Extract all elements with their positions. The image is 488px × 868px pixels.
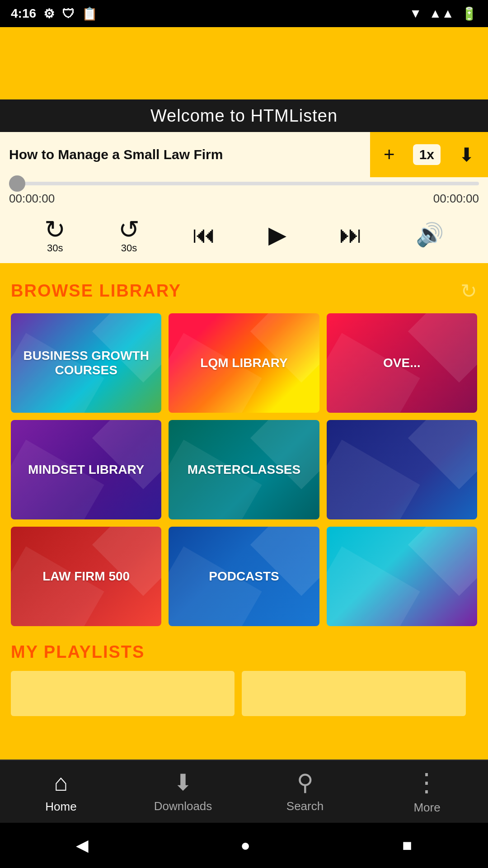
library-item-masterclasses[interactable]: MASTERCLASSES	[169, 420, 319, 519]
library-item-dark[interactable]	[327, 420, 477, 519]
welcome-title: Welcome to HTMListen	[150, 106, 338, 126]
progress-area: 00:00:00 00:00:00 ↻ 30s ↺ 30s ⏮ ▶ ⏭ 🔊	[0, 177, 488, 263]
browse-library-title: BROWSE LIBRARY	[11, 281, 181, 301]
library-item-lqm[interactable]: LQM LIBRARY	[169, 313, 319, 413]
skip-forward-button[interactable]: ↻	[44, 215, 66, 244]
android-recent-button[interactable]: ■	[402, 836, 412, 855]
skip-back-button[interactable]: ↺	[118, 215, 140, 244]
playlists-preview	[11, 671, 477, 716]
nav-label-home: Home	[45, 800, 76, 814]
library-item-label	[397, 465, 406, 474]
skip-back-label: 30s	[121, 242, 137, 254]
battery-icon: 🔋	[461, 6, 477, 21]
android-back-button[interactable]: ◀	[76, 836, 89, 855]
nav-label-search: Search	[286, 799, 324, 813]
now-playing-buttons: + 1x ⬇	[370, 132, 488, 177]
skip-forward-container: ↻ 30s	[44, 215, 66, 254]
skip-forward-label: 30s	[47, 242, 63, 254]
time-labels: 00:00:00 00:00:00	[9, 192, 479, 206]
progress-bar[interactable]	[9, 182, 479, 185]
library-item-label: LQM LIBRARY	[196, 351, 292, 375]
current-time: 00:00:00	[9, 192, 55, 206]
library-item-business-growth[interactable]: BUSINESS GROWTHCOURSES	[11, 313, 161, 413]
downloads-icon: ⬇	[174, 769, 192, 796]
library-item-teal[interactable]	[327, 527, 477, 626]
download-button[interactable]: ⬇	[459, 144, 474, 166]
nav-item-downloads[interactable]: ⬇ Downloads	[122, 769, 244, 813]
android-home-button[interactable]: ●	[240, 836, 250, 855]
status-bar: 4:16 ⚙ 🛡 📋 ▼ ▲▲ 🔋	[0, 0, 488, 27]
nav-label-downloads: Downloads	[154, 799, 212, 813]
nav-item-home[interactable]: ⌂ Home	[0, 769, 122, 814]
library-item-label: OVE...	[379, 351, 425, 375]
skip-back-container: ↺ 30s	[118, 215, 140, 254]
wifi-icon: ▼	[409, 6, 422, 21]
nav-item-search[interactable]: ⚲ Search	[244, 769, 366, 813]
signal-icon: ▲▲	[429, 6, 454, 21]
android-nav: ◀ ● ■	[0, 823, 488, 868]
home-icon: ⌂	[54, 769, 68, 796]
library-item-lawfirm500[interactable]: LAW FIRM 500	[11, 527, 161, 626]
search-icon: ⚲	[297, 769, 314, 796]
refresh-button[interactable]: ↻	[460, 279, 477, 302]
prev-track-button[interactable]: ⏮	[192, 221, 216, 248]
volume-button[interactable]: 🔊	[416, 222, 444, 248]
status-time: 4:16	[11, 6, 36, 21]
library-item-label: PODCASTS	[204, 565, 284, 588]
library-item-podcasts[interactable]: PODCASTS	[169, 527, 319, 626]
library-item-label: LAW FIRM 500	[38, 565, 134, 588]
play-button[interactable]: ▶	[268, 221, 286, 248]
library-grid: BUSINESS GROWTHCOURSES LQM LIBRARY OVE..…	[11, 313, 477, 626]
library-item-mindset[interactable]: MINDSET LIBRARY	[11, 420, 161, 519]
status-left: 4:16 ⚙ 🛡 📋	[11, 6, 98, 21]
now-playing-top: How to Manage a Small Law Firm + 1x ⬇	[0, 132, 488, 177]
next-track-button[interactable]: ⏭	[339, 221, 363, 248]
progress-thumb[interactable]	[9, 175, 25, 192]
nav-item-more[interactable]: ⋮ More	[366, 768, 488, 815]
track-title: How to Manage a Small Law Firm	[0, 132, 370, 177]
settings-icon: ⚙	[43, 6, 55, 21]
section-header: BROWSE LIBRARY ↻	[11, 279, 477, 302]
playlists-title: MY PLAYLISTS	[11, 642, 477, 662]
library-item-label: BUSINESS GROWTHCOURSES	[19, 344, 153, 382]
playlist-item-2[interactable]	[242, 671, 465, 716]
speed-button[interactable]: 1x	[413, 144, 441, 165]
more-icon: ⋮	[414, 768, 440, 797]
nav-divider	[0, 760, 488, 760]
library-item-label: MASTERCLASSES	[183, 458, 305, 481]
bottom-nav: ⌂ Home ⬇ Downloads ⚲ Search ⋮ More	[0, 760, 488, 823]
status-right: ▼ ▲▲ 🔋	[409, 6, 477, 21]
library-item-label	[397, 572, 406, 581]
add-button[interactable]: +	[384, 144, 395, 165]
playlist-item-1[interactable]	[11, 671, 235, 716]
my-playlists-section: MY PLAYLISTS	[0, 626, 488, 716]
total-time: 00:00:00	[433, 192, 479, 206]
sim-icon: 📋	[82, 6, 98, 21]
library-item-over[interactable]: OVE...	[327, 313, 477, 413]
nav-label-more: More	[413, 801, 440, 815]
welcome-bar: Welcome to HTMListen	[0, 99, 488, 132]
ad-banner	[0, 27, 488, 99]
playback-controls: ↻ 30s ↺ 30s ⏮ ▶ ⏭ 🔊	[9, 215, 479, 254]
browse-library-section: BROWSE LIBRARY ↻ BUSINESS GROWTHCOURSES …	[0, 263, 488, 626]
library-item-label: MINDSET LIBRARY	[23, 458, 149, 481]
now-playing-panel: How to Manage a Small Law Firm + 1x ⬇ 00…	[0, 132, 488, 263]
shield-icon: 🛡	[62, 6, 75, 21]
